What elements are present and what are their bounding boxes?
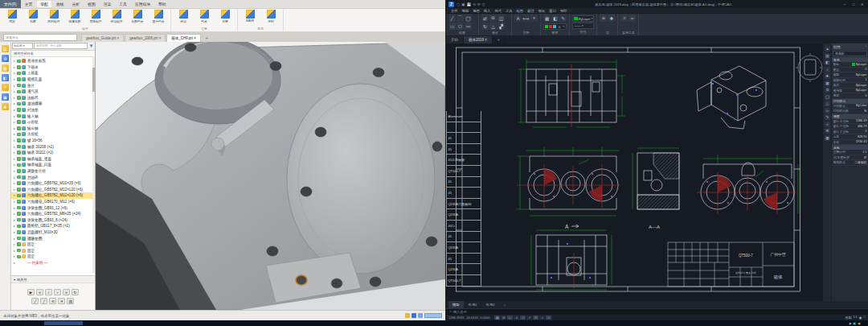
expand-arrow-icon[interactable]: ▸ (14, 163, 16, 167)
bom-row[interactable]: 45 (446, 188, 481, 199)
expand-arrow-icon[interactable]: ▸ (14, 120, 16, 124)
expand-arrow-icon[interactable]: ▸ (14, 89, 16, 93)
expand-arrow-icon[interactable]: ▸ (14, 230, 16, 234)
visibility-checkbox[interactable]: ✓ (17, 126, 21, 130)
menu-item[interactable]: 修改 (538, 9, 546, 13)
visibility-checkbox[interactable]: ✓ (17, 138, 21, 142)
layer-tool-icon[interactable]: ▦ (543, 14, 551, 22)
side-tool-icon[interactable]: ✚ (825, 73, 830, 79)
navigator-tool-button[interactable]: ↻ (72, 289, 79, 295)
nx-ribbon-button[interactable]: 显示约束 (148, 9, 169, 26)
nx-ribbon-button[interactable]: 阵列组件 (43, 9, 64, 26)
navigator-tool-button[interactable]: ▶ (27, 289, 35, 295)
status-toggle-button[interactable]: ∠ (514, 316, 519, 320)
tree-item[interactable]: ▸ ✓ 挡油环 (11, 174, 95, 180)
nx-ribbon-tab[interactable]: 渲染 (100, 0, 116, 8)
bom-row[interactable]: 45 (446, 144, 481, 155)
search-input[interactable]: 搜索范围 - 整个装配 (34, 43, 88, 49)
status-right-button[interactable]: ▣ (859, 316, 862, 320)
taskbar-active-app[interactable] (44, 321, 83, 325)
visibility-checkbox[interactable]: ✓ (17, 188, 21, 192)
navigator-tool-button[interactable]: ╱ (40, 298, 47, 304)
tree-item[interactable]: ▸ ✓ 放油螺塞 (11, 101, 95, 107)
nx-ribbon-button[interactable]: 序列 (260, 9, 281, 26)
expand-arrow-icon[interactable]: ▸ (14, 71, 16, 75)
property-row[interactable]: 视觉样式 二维线框 (832, 160, 868, 166)
status-right-button[interactable]: 模型 (845, 316, 852, 320)
tree-item[interactable]: ▸ ✓ 上箱盖 (11, 70, 95, 76)
visibility-checkbox[interactable]: ✓ (17, 194, 21, 198)
status-toggle-button[interactable]: ⌖ (539, 316, 545, 320)
visibility-checkbox[interactable]: ✓ (17, 60, 21, 64)
side-tool-icon[interactable]: ✎ (825, 114, 830, 120)
navigator-tool-button[interactable]: » (63, 289, 70, 295)
expand-arrow-icon[interactable]: ▸ (14, 145, 16, 149)
expand-arrow-icon[interactable]: ▸ (14, 59, 16, 63)
side-tool-icon[interactable]: △ (825, 101, 830, 106)
expand-arrow-icon[interactable]: ▸ (14, 261, 16, 265)
nx-ribbon-tab[interactable]: 视图 (84, 0, 100, 8)
tree-item[interactable]: ▸ ✓ 六角螺栓_GB5782_M12×120 (×6) (11, 186, 95, 192)
tree-scrollbar[interactable] (92, 56, 95, 273)
visibility-checkbox[interactable]: ✓ (17, 249, 21, 253)
layer-dropdown[interactable]: 0 ▾ (543, 23, 567, 30)
filter-funnel-icon[interactable]: ▼ (88, 43, 94, 49)
nx-ribbon-tab[interactable]: 帮助 (154, 0, 170, 8)
expand-arrow-icon[interactable]: ▸ (14, 84, 16, 88)
menu-item[interactable]: 标注 (527, 9, 534, 13)
side-tool-icon[interactable]: ▦ (825, 80, 830, 86)
bom-row[interactable]: 45 (446, 232, 481, 243)
side-tool-icon[interactable]: ◯ (825, 94, 830, 100)
modify-tool-icon[interactable]: ▞ (497, 23, 505, 30)
visibility-checkbox[interactable]: ✓ (17, 230, 21, 234)
tree-item[interactable]: ▸ ✓ 轴承端盖_透盖 (11, 156, 95, 163)
navigator-tool-button[interactable]: « (36, 289, 43, 295)
draw-tool-icon[interactable]: ◯ (465, 14, 472, 22)
drawing-sheet[interactable]: A (446, 43, 823, 301)
expand-arrow-icon[interactable]: ▸ (14, 126, 16, 130)
tree-item[interactable]: ▸ ✓ 下箱体 (11, 64, 95, 71)
nx-ribbon-button[interactable]: 布置 (215, 9, 235, 26)
bom-row[interactable]: 40Cr (446, 221, 481, 232)
3d-model-canvas[interactable] (96, 42, 445, 310)
menu-item[interactable]: 插入 (484, 9, 491, 13)
bom-row[interactable]: Q235A (446, 242, 481, 254)
menu-item[interactable]: 窗口 (549, 9, 556, 13)
visibility-checkbox[interactable]: ✓ (17, 90, 21, 94)
visibility-checkbox[interactable]: ✓ (17, 96, 21, 100)
status-right-button[interactable]: 1:1 (853, 316, 857, 320)
status-icon-alert[interactable] (405, 313, 410, 318)
status-toggle-button[interactable]: ═ (546, 316, 551, 320)
undo-icon[interactable]: ⟲ (473, 2, 476, 6)
tree-item[interactable]: ▸ ✓ 基准坐标系 (11, 58, 95, 64)
menu-item[interactable]: 文件 (451, 9, 458, 13)
tray-icon[interactable]: ▣ (853, 321, 856, 325)
bom-row[interactable]: 45 (446, 177, 481, 188)
resource-bar-icon[interactable]: ✚ (2, 103, 9, 110)
color-dropdown[interactable]: ByLayer ▾ (572, 15, 594, 22)
part-tab[interactable]: gearbox_2006.prt × (125, 34, 166, 42)
new-icon[interactable]: ▢ (457, 2, 460, 6)
tree-item[interactable]: ▸ ✓ 输入轴 (11, 113, 95, 119)
expand-arrow-icon[interactable]: ▸ (14, 114, 16, 118)
resource-bar-icon[interactable]: ⌗ (2, 84, 9, 91)
bom-row[interactable]: Q235A六角钢36 (446, 199, 481, 210)
tree-item[interactable]: ▸ ✓ 固定 (11, 247, 95, 254)
status-right-button[interactable]: ⛶ (863, 316, 866, 320)
visibility-checkbox[interactable]: ✓ (17, 163, 21, 167)
block-tool-icon[interactable]: ✚ (608, 14, 615, 22)
navigator-tool-button[interactable]: ‹ (45, 289, 52, 295)
nx-ribbon-tab[interactable]: 装配 (36, 0, 52, 8)
status-icon-sync[interactable] (411, 313, 416, 318)
resource-bar-icon[interactable]: ▣ (2, 93, 9, 101)
tree-item[interactable]: ▸ ✓ 六角螺栓_GB5782_M10×35 (×6) (11, 180, 95, 187)
3d-viewport[interactable] (96, 42, 445, 310)
tree-item[interactable]: ▸ ✓ 油标尺 (11, 95, 95, 101)
expand-arrow-icon[interactable]: ▸ (14, 237, 16, 241)
tree-item[interactable]: ▸ ✓ 六角螺栓_GB5782_M8×25 (×24) (11, 211, 95, 217)
status-toggle-button[interactable]: ⊡ (533, 316, 538, 320)
annotate-tool-icon[interactable]: ⟷ (522, 14, 530, 22)
visibility-checkbox[interactable]: ✓ (17, 114, 21, 118)
navigator-tool-button[interactable]: › (54, 289, 61, 295)
tree-item[interactable]: ▸ ✓ 弹簧垫圈_GB93_8 (×24) (11, 217, 95, 223)
